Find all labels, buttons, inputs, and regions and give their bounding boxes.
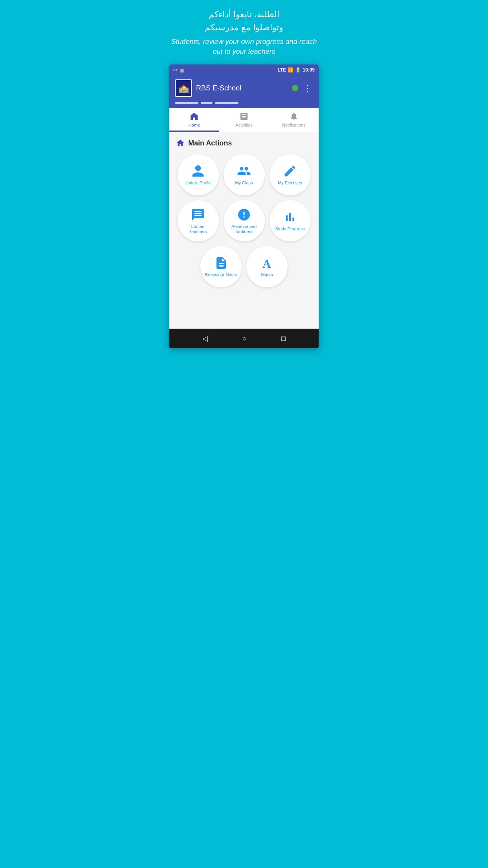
svg-text:A: A [262,257,271,270]
actions-grid: Update Profile My Class My Electives [176,154,312,287]
bar-chart-icon [283,210,297,224]
tab-activities-label: Activities [235,123,252,127]
battery-icon: 🔋 [295,67,301,73]
group-icon [237,164,251,178]
header-section: الطلبة، تابعوا أداءكم وتواصلوا مع مدرسيك… [163,0,325,61]
recents-button[interactable]: □ [281,335,286,343]
main-actions-title: Main Actions [176,138,312,148]
status-bar: ✉ 🤖 LTE 📶 🔋 10:09 [169,64,319,75]
font-icon: A [260,256,274,270]
study-progress-button[interactable]: Study Progress [270,200,311,241]
phone-frame: ✉ 🤖 LTE 📶 🔋 10:09 🏫 RBS E-School ⋮ [169,64,319,348]
edit-icon [283,164,297,178]
app-title: RBS E-School [196,84,288,92]
tab-notifications[interactable]: Notifications [269,108,319,132]
tab-home[interactable]: Home [169,108,219,132]
app-logo: 🏫 [175,79,192,97]
overflow-menu-button[interactable]: ⋮ [302,83,313,93]
back-button[interactable]: ◁ [202,334,208,343]
progress-segment-2 [201,102,213,104]
section-title-text: Main Actions [188,139,232,147]
contact-teachers-label: Contact Teachers [182,224,215,234]
signal-icon: 📶 [288,67,294,73]
tab-home-label: Home [189,123,200,127]
android-icon: 🤖 [179,68,185,73]
status-bar-left: ✉ 🤖 [173,68,185,73]
absence-tardiness-label: Absence and Tardiness [227,224,261,234]
person-icon [191,164,205,178]
progress-segment-1 [175,102,198,104]
bottom-spacer [176,287,312,319]
status-bar-right: LTE 📶 🔋 10:09 [278,67,315,73]
chat-icon [191,208,205,222]
study-progress-label: Study Progress [275,226,305,232]
actions-row-1: Update Profile My Class My Electives [176,154,312,195]
my-class-button[interactable]: My Class [224,154,265,195]
description-icon [214,256,228,270]
tab-bar: Home Activities Notifications [169,108,319,132]
main-content: Main Actions Update Profile My Class [169,132,319,329]
tab-notifications-label: Notifications [282,123,306,127]
progress-bar-area [169,101,319,108]
lte-indicator: LTE [278,67,286,73]
email-icon: ✉ [173,68,177,73]
my-electives-label: My Electives [278,180,302,186]
contact-teachers-button[interactable]: Contact Teachers [178,200,219,241]
my-class-label: My Class [235,180,253,186]
update-profile-label: Update Profile [184,180,212,186]
home-icon [176,138,185,148]
actions-row-3: Behaviour Notes A Marks [176,246,312,287]
home-button[interactable]: ○ [242,335,247,343]
english-subtitle: Students, review your own progress and r… [171,37,317,57]
marks-label: Marks [261,272,273,278]
progress-segment-3 [215,102,238,104]
app-bar: 🏫 RBS E-School ⋮ [169,75,319,101]
behaviour-notes-label: Behaviour Notes [205,272,237,278]
android-nav-bar: ◁ ○ □ [169,329,319,348]
time-display: 10:09 [303,67,315,73]
absence-tardiness-button[interactable]: Absence and Tardiness [224,200,265,241]
warning-icon [237,208,251,222]
marks-button[interactable]: A Marks [246,246,288,287]
behaviour-notes-button[interactable]: Behaviour Notes [200,246,242,287]
update-profile-button[interactable]: Update Profile [178,154,219,195]
arabic-title: الطلبة، تابعوا أداءكم وتواصلوا مع مدرسيك… [171,8,317,34]
svg-text:🏫: 🏫 [178,83,189,94]
tab-activities[interactable]: Activities [219,108,269,132]
my-electives-button[interactable]: My Electives [270,154,311,195]
online-status-dot [292,85,298,91]
actions-row-2: Contact Teachers Absence and Tardiness S… [176,200,312,241]
